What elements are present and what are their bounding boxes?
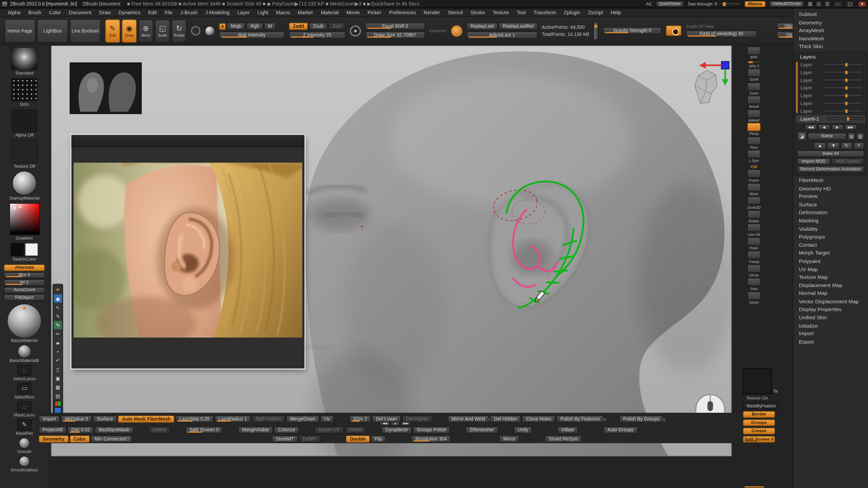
layer-tiny-button-2[interactable]: ↻ xyxy=(841,142,852,149)
current-layer-row[interactable]: Layer6-1 xyxy=(796,115,865,123)
layer-row[interactable]: Layer xyxy=(796,107,865,115)
view-control-button[interactable]: Line Fill xyxy=(745,224,763,237)
bottom-button[interactable]: Split Hidden xyxy=(252,415,285,422)
bottom-button[interactable]: Close Holes xyxy=(522,415,555,422)
record-deformation-button[interactable]: Record Deformation Animation xyxy=(797,166,864,173)
layer-row[interactable]: Layer xyxy=(796,84,865,92)
quick-tool[interactable]: SmoothValleys xyxy=(11,455,38,472)
tray-button[interactable]: FillObject xyxy=(4,294,45,301)
sculpt-mode-button[interactable]: Zcut xyxy=(329,23,346,30)
layer-intensity-slider[interactable] xyxy=(823,102,863,105)
bottom-button[interactable]: Colorize xyxy=(274,426,299,433)
bottom-button[interactable]: MergeDown xyxy=(286,415,319,422)
menu-item[interactable]: Picker xyxy=(364,8,384,16)
subpalette-item[interactable]: Normal Map xyxy=(793,289,868,298)
view-control-button[interactable]: Floor xyxy=(745,136,763,149)
material-orb-icon[interactable] xyxy=(205,26,215,36)
sculpt-mode-button[interactable]: Zsub xyxy=(309,23,328,30)
layer-tiny-button-2[interactable]: ▲ xyxy=(814,142,826,149)
nav-button[interactable]: Home Page xyxy=(4,19,35,42)
menus-button[interactable]: Menus xyxy=(745,1,766,7)
subpalette-item[interactable]: Visibility xyxy=(793,225,868,233)
close-button[interactable]: ✕ xyxy=(858,1,866,7)
bottom-button[interactable]: Flip xyxy=(371,435,386,442)
crease-button[interactable]: Crease xyxy=(743,428,775,434)
menu-item[interactable]: Zplugin xyxy=(560,8,584,16)
subpalette-item[interactable]: Preview xyxy=(793,192,868,201)
menu-item[interactable]: Alpha xyxy=(4,8,24,16)
viewport-canvas[interactable]: ☀◉↖✎✎✏▰•↶▯▣▦▤ xyxy=(51,45,732,456)
bottom-button[interactable]: Surface xyxy=(93,415,117,422)
subpalette-item[interactable]: Display Properties xyxy=(793,306,868,314)
strip-tool-icon[interactable]: ◉ xyxy=(54,294,62,303)
menu-item[interactable]: Dynamics xyxy=(115,8,144,16)
quick-tool[interactable]: ◌ MaskLasso xyxy=(14,401,35,418)
tray-slot[interactable]: StartupMaterial xyxy=(9,171,40,201)
layer-tiny-button-2[interactable]: × xyxy=(854,142,864,149)
sdiv-nav-button[interactable]: ▶▶ xyxy=(401,422,411,426)
bottom-button[interactable]: Delete xyxy=(149,426,170,433)
menu-item[interactable]: Transform xyxy=(530,8,559,16)
draw-size-slider[interactable]: Draw Size 32.70957 xyxy=(365,32,425,39)
strip-tool-icon[interactable]: ▤ xyxy=(54,392,62,400)
reference-thumbnail[interactable] xyxy=(70,62,142,114)
sdiv-nav-button[interactable]: ▲ xyxy=(391,422,399,426)
subpalette-item[interactable]: Vector Displacement Map xyxy=(793,298,868,306)
bottom-button[interactable]: Auto Groups xyxy=(604,426,638,433)
quick-tool[interactable]: ◌ SelectLasso xyxy=(13,364,36,381)
view-control-button[interactable]: SPix 3 xyxy=(745,60,763,68)
menu-item[interactable]: Brush xyxy=(25,8,45,16)
strip-tool-icon[interactable]: ↶ xyxy=(54,356,62,364)
tray-slot[interactable]: Texture Off xyxy=(11,140,38,169)
bottom-button[interactable]: BackfaceMask xyxy=(95,426,133,433)
crease-button[interactable]: Groups xyxy=(743,420,775,426)
subpalette-item[interactable]: Subtool xyxy=(793,11,868,19)
view-control-button[interactable]: Zoom xyxy=(745,82,763,95)
switch-color[interactable] xyxy=(11,243,38,256)
view-control-button[interactable]: Move xyxy=(745,183,763,196)
strip-tool-icon[interactable]: ▯ xyxy=(54,365,62,373)
layout-rows-icon[interactable]: ▤ xyxy=(816,1,821,6)
strip-tool-icon[interactable]: ▰ xyxy=(54,339,62,347)
bottom-button[interactable]: Uv xyxy=(320,415,334,422)
subpalette-item[interactable]: Contact xyxy=(793,241,868,249)
subpalette-item[interactable]: Morph Target xyxy=(793,249,868,257)
subpalette-item[interactable]: UV Map xyxy=(793,265,868,273)
sculpt-mode-button[interactable]: Zadd xyxy=(289,23,308,30)
layer-intensity-slider[interactable] xyxy=(823,63,863,66)
subpalette-item[interactable]: Deformation xyxy=(793,209,868,217)
bottom-button[interactable]: Polish By Groups xyxy=(619,415,663,422)
layer-row[interactable]: Layer xyxy=(796,76,865,84)
menu-item[interactable]: Preferences xyxy=(386,8,419,16)
menu-item[interactable]: Draw xyxy=(96,8,114,16)
view-control-button[interactable]: Solo xyxy=(745,278,763,291)
maximize-button[interactable]: ▢ xyxy=(846,1,854,7)
view-control-button[interactable]: Xpose xyxy=(745,291,763,304)
menu-item[interactable]: Zscript xyxy=(585,8,606,16)
menu-item[interactable]: J-Brush xyxy=(177,8,201,16)
reference-window-titlebar[interactable] xyxy=(72,135,304,147)
bottom-button[interactable]: SDiv 2 xyxy=(349,415,371,422)
texture-thumbnail[interactable] xyxy=(743,368,772,394)
quick-tool[interactable]: ▭ SelectRect xyxy=(14,383,34,399)
menu-item[interactable]: Material xyxy=(318,8,342,16)
layers-title[interactable]: Layers xyxy=(796,54,865,60)
color-picker[interactable] xyxy=(9,203,40,235)
menu-item[interactable]: File xyxy=(161,8,176,16)
bottom-button[interactable]: LazyRadius 1 xyxy=(215,415,251,422)
bottom-button[interactable]: ZRemesher xyxy=(466,426,498,433)
layer-tiny-button[interactable]: ▤ xyxy=(848,133,855,140)
bottom-button[interactable]: LazyStep 0.25 xyxy=(176,415,214,422)
layer-tiny-button-2[interactable]: ▼ xyxy=(827,142,840,149)
crease-button[interactable]: Split Screen 0 xyxy=(743,436,775,443)
bottom-button[interactable]: Auto Mask FiberMesh xyxy=(118,415,174,422)
menu-item[interactable]: Light xyxy=(254,8,272,16)
view-control-button[interactable]: xyz xyxy=(745,163,763,168)
layer-row[interactable]: Layer xyxy=(796,92,865,100)
gravity-strength-slider[interactable]: Gravity Strength 0 xyxy=(603,27,662,34)
bottom-button[interactable]: Split Screen 0 xyxy=(185,426,222,433)
z-intensity-slider[interactable]: Z Intensity 25 xyxy=(289,32,345,39)
strip-tool-icon[interactable]: ✎ xyxy=(54,312,62,320)
view-control-button[interactable]: Scroll xyxy=(745,68,763,81)
tray-button[interactable]: Alternate xyxy=(4,264,45,271)
